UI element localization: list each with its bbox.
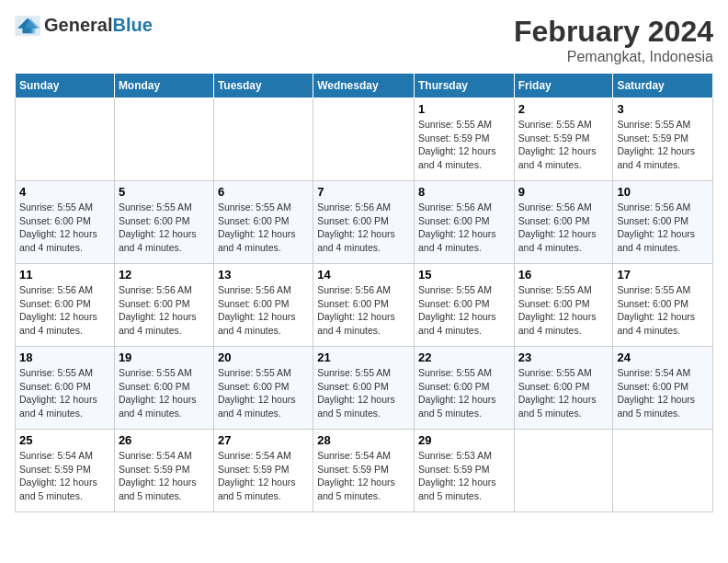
day-info: Sunrise: 5:56 AMSunset: 6:00 PMDaylight:… [119,283,210,338]
day-info: Sunrise: 5:55 AMSunset: 5:59 PMDaylight:… [418,118,510,172]
day-info: Sunrise: 5:56 AMSunset: 6:00 PMDaylight:… [317,201,410,255]
weekday-header-monday: Monday [114,74,213,98]
day-number: 29 [418,433,510,447]
day-info: Sunrise: 5:55 AMSunset: 6:00 PMDaylight:… [19,366,110,420]
calendar-cell: 1Sunrise: 5:55 AMSunset: 5:59 PMDaylight… [414,98,514,181]
day-number: 26 [119,433,210,447]
day-info: Sunrise: 5:53 AMSunset: 5:59 PMDaylight:… [418,449,510,503]
day-number: 23 [518,350,609,364]
day-number: 9 [518,185,609,199]
day-number: 18 [19,350,110,364]
calendar-cell: 28Sunrise: 5:54 AMSunset: 5:59 PMDayligh… [313,430,415,512]
calendar-cell: 3Sunrise: 5:55 AMSunset: 5:59 PMDaylight… [613,98,713,181]
calendar-cell [16,98,115,181]
day-info: Sunrise: 5:54 AMSunset: 5:59 PMDaylight:… [119,449,210,503]
day-number: 3 [617,102,709,116]
calendar-cell: 20Sunrise: 5:55 AMSunset: 6:00 PMDayligh… [213,347,313,430]
day-info: Sunrise: 5:56 AMSunset: 6:00 PMDaylight:… [617,201,709,255]
calendar-cell: 14Sunrise: 5:56 AMSunset: 6:00 PMDayligh… [313,264,415,347]
calendar-cell: 27Sunrise: 5:54 AMSunset: 5:59 PMDayligh… [213,430,313,512]
calendar-cell: 26Sunrise: 5:54 AMSunset: 5:59 PMDayligh… [114,430,213,512]
calendar-week-1: 1Sunrise: 5:55 AMSunset: 5:59 PMDaylight… [16,98,713,181]
logo-blue: Blue [112,15,152,35]
day-info: Sunrise: 5:55 AMSunset: 6:00 PMDaylight:… [119,366,210,420]
calendar-cell [313,98,415,181]
day-info: Sunrise: 5:55 AMSunset: 6:00 PMDaylight:… [518,283,609,338]
calendar-cell: 9Sunrise: 5:56 AMSunset: 6:00 PMDaylight… [514,181,613,264]
calendar-cell: 11Sunrise: 5:56 AMSunset: 6:00 PMDayligh… [16,264,115,347]
calendar-cell: 5Sunrise: 5:55 AMSunset: 6:00 PMDaylight… [114,181,213,264]
weekday-header-friday: Friday [514,74,613,98]
day-info: Sunrise: 5:56 AMSunset: 6:00 PMDaylight:… [518,201,609,255]
day-info: Sunrise: 5:55 AMSunset: 6:00 PMDaylight:… [119,201,210,255]
logo-general: General [44,15,112,35]
day-info: Sunrise: 5:55 AMSunset: 6:00 PMDaylight:… [518,366,609,420]
calendar-cell: 17Sunrise: 5:55 AMSunset: 6:00 PMDayligh… [613,264,713,347]
day-info: Sunrise: 5:56 AMSunset: 6:00 PMDaylight:… [418,201,510,255]
day-number: 5 [119,185,210,199]
day-number: 27 [218,433,309,447]
day-number: 8 [418,185,510,199]
day-info: Sunrise: 5:55 AMSunset: 6:00 PMDaylight:… [218,201,309,255]
calendar-cell: 21Sunrise: 5:55 AMSunset: 6:00 PMDayligh… [313,347,415,430]
day-number: 2 [518,102,609,116]
month-title: February 2024 [514,15,713,49]
day-info: Sunrise: 5:55 AMSunset: 6:00 PMDaylight:… [418,283,510,338]
day-number: 21 [317,350,410,364]
day-number: 22 [418,350,510,364]
day-info: Sunrise: 5:55 AMSunset: 6:00 PMDaylight:… [418,366,510,420]
calendar-week-5: 25Sunrise: 5:54 AMSunset: 5:59 PMDayligh… [16,430,713,512]
day-info: Sunrise: 5:55 AMSunset: 6:00 PMDaylight:… [218,366,309,420]
logo-icon [15,16,40,36]
calendar-cell [114,98,213,181]
day-number: 14 [317,268,410,282]
day-info: Sunrise: 5:54 AMSunset: 6:00 PMDaylight:… [617,366,709,420]
calendar-cell: 12Sunrise: 5:56 AMSunset: 6:00 PMDayligh… [114,264,213,347]
day-info: Sunrise: 5:54 AMSunset: 5:59 PMDaylight:… [317,449,410,503]
day-number: 13 [218,268,309,282]
calendar-cell: 25Sunrise: 5:54 AMSunset: 5:59 PMDayligh… [16,430,115,512]
day-info: Sunrise: 5:55 AMSunset: 6:00 PMDaylight:… [317,366,410,420]
calendar-cell [213,98,313,181]
calendar-cell: 15Sunrise: 5:55 AMSunset: 6:00 PMDayligh… [414,264,514,347]
day-number: 1 [418,102,510,116]
calendar-cell: 7Sunrise: 5:56 AMSunset: 6:00 PMDaylight… [313,181,415,264]
day-info: Sunrise: 5:55 AMSunset: 6:00 PMDaylight:… [617,283,709,338]
calendar-cell: 4Sunrise: 5:55 AMSunset: 6:00 PMDaylight… [16,181,115,264]
weekday-header-sunday: Sunday [16,74,115,98]
day-info: Sunrise: 5:55 AMSunset: 5:59 PMDaylight:… [617,118,709,172]
day-info: Sunrise: 5:56 AMSunset: 6:00 PMDaylight:… [19,283,110,338]
day-number: 10 [617,185,709,199]
day-number: 25 [19,433,110,447]
day-number: 7 [317,185,410,199]
day-number: 6 [218,185,309,199]
calendar-cell: 23Sunrise: 5:55 AMSunset: 6:00 PMDayligh… [514,347,613,430]
calendar-cell: 18Sunrise: 5:55 AMSunset: 6:00 PMDayligh… [16,347,115,430]
weekday-header-saturday: Saturday [613,74,713,98]
day-number: 11 [19,268,110,282]
page-header: GeneralBlue February 2024 Pemangkat, Ind… [15,15,713,65]
day-info: Sunrise: 5:56 AMSunset: 6:00 PMDaylight:… [218,283,309,338]
calendar-cell: 8Sunrise: 5:56 AMSunset: 6:00 PMDaylight… [414,181,514,264]
calendar-cell: 16Sunrise: 5:55 AMSunset: 6:00 PMDayligh… [514,264,613,347]
day-number: 12 [119,268,210,282]
calendar-table: SundayMondayTuesdayWednesdayThursdayFrid… [15,73,713,512]
weekday-header-thursday: Thursday [414,74,514,98]
calendar-cell: 10Sunrise: 5:56 AMSunset: 6:00 PMDayligh… [613,181,713,264]
day-number: 4 [19,185,110,199]
day-info: Sunrise: 5:54 AMSunset: 5:59 PMDaylight:… [218,449,309,503]
title-block: February 2024 Pemangkat, Indonesia [514,15,713,65]
calendar-cell: 19Sunrise: 5:55 AMSunset: 6:00 PMDayligh… [114,347,213,430]
calendar-cell: 13Sunrise: 5:56 AMSunset: 6:00 PMDayligh… [213,264,313,347]
day-info: Sunrise: 5:54 AMSunset: 5:59 PMDaylight:… [19,449,110,503]
logo: GeneralBlue [15,15,153,36]
day-info: Sunrise: 5:56 AMSunset: 6:00 PMDaylight:… [317,283,410,338]
day-info: Sunrise: 5:55 AMSunset: 5:59 PMDaylight:… [518,118,609,172]
day-number: 19 [119,350,210,364]
day-number: 15 [418,268,510,282]
calendar-week-4: 18Sunrise: 5:55 AMSunset: 6:00 PMDayligh… [16,347,713,430]
calendar-cell: 6Sunrise: 5:55 AMSunset: 6:00 PMDaylight… [213,181,313,264]
calendar-week-3: 11Sunrise: 5:56 AMSunset: 6:00 PMDayligh… [16,264,713,347]
calendar-cell: 2Sunrise: 5:55 AMSunset: 5:59 PMDaylight… [514,98,613,181]
day-number: 17 [617,268,709,282]
